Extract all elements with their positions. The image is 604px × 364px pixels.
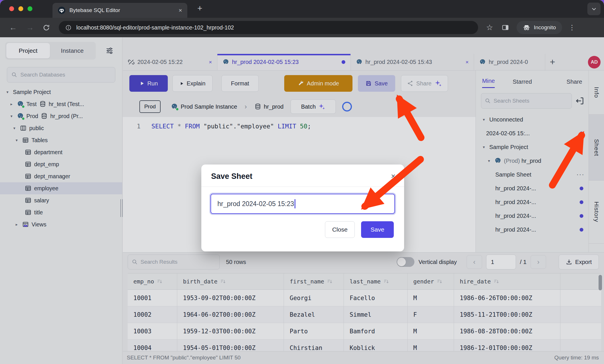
run-button[interactable]: Run — [129, 75, 168, 92]
bookmark-star-icon[interactable]: ☆ — [486, 23, 493, 32]
tab-mine[interactable]: Mine — [482, 77, 495, 88]
tree-row[interactable]: ▸ Views — [0, 218, 122, 230]
format-button[interactable]: Format — [221, 75, 259, 92]
results-scrollbar[interactable] — [599, 275, 602, 290]
close-tab-icon[interactable]: × — [465, 59, 469, 65]
sort-icon[interactable] — [220, 279, 226, 284]
caret-icon[interactable]: ▾ — [9, 114, 14, 118]
prev-page-button[interactable]: ‹ — [467, 255, 482, 269]
table-cell[interactable]: Bamford — [344, 323, 408, 339]
caret-icon[interactable]: ▾ — [486, 158, 492, 163]
sheet-search-input[interactable] — [494, 98, 568, 104]
tree-row[interactable]: ▾ Sample Project — [0, 86, 122, 98]
admin-mode-button[interactable]: Admin mode — [284, 75, 352, 92]
table-row[interactable]: 100031959-12-03T00:00:00ZPartoBamfordM19… — [128, 323, 601, 340]
browser-menu-icon[interactable]: ⋮ — [568, 24, 575, 32]
table-row[interactable]: 100041954-05-01T00:00:00ZChirstianKoblic… — [128, 340, 601, 351]
caret-icon[interactable]: ▸ — [9, 102, 14, 106]
export-button[interactable]: Export — [559, 255, 599, 269]
tab-share[interactable]: Share — [566, 78, 582, 88]
table-cell[interactable]: Facello — [344, 290, 408, 306]
editor-tab[interactable]: hr_prod 2024-02-05 15:43 × — [351, 54, 474, 70]
address-bar[interactable]: localhost:8080/sql-editor/prod-sample-in… — [59, 21, 478, 34]
table-row[interactable]: 100011953-09-02T00:00:00ZGeorgiFacelloM1… — [128, 290, 601, 306]
sort-icon[interactable] — [437, 279, 443, 284]
tree-row[interactable]: dept_manager — [0, 170, 122, 182]
sheet-list-item[interactable]: 2024-02-05 15:... — [476, 126, 589, 140]
table-cell[interactable]: F — [408, 306, 454, 323]
table-cell[interactable]: Chirstian — [284, 340, 344, 351]
editor-tab[interactable]: hr_prod 2024-02-05 15:23 — [217, 54, 351, 70]
tree-row[interactable]: ▾ Tables — [0, 134, 122, 146]
table-cell[interactable]: 1959-12-03T00:00:00Z — [177, 323, 284, 339]
side-panel-icon[interactable] — [502, 24, 509, 31]
sheet-list-item[interactable]: ▾ Sample Project — [476, 140, 589, 154]
share-button[interactable]: Share — [401, 75, 448, 92]
tree-row[interactable]: employee — [0, 182, 122, 194]
column-header[interactable]: hire_date — [454, 273, 560, 289]
editor-tab[interactable]: 2024-02-05 15:22 × — [123, 54, 217, 70]
page-number-input[interactable] — [486, 255, 516, 269]
tree-row[interactable]: ▾ Prod hr_prod (Pr... — [0, 110, 122, 122]
tree-row[interactable]: department — [0, 146, 122, 158]
table-cell[interactable]: M — [408, 290, 454, 306]
avatar[interactable]: AD — [588, 56, 601, 69]
sort-icon[interactable] — [327, 279, 333, 284]
results-search-input[interactable] — [141, 259, 216, 265]
new-tab-button[interactable]: + — [197, 3, 202, 13]
reload-button[interactable] — [42, 24, 50, 32]
column-header[interactable]: emp_no — [128, 273, 177, 289]
table-cell[interactable]: Parto — [284, 323, 344, 339]
sheet-name-input[interactable]: hr_prod 2024-02-05 15:23 — [211, 194, 395, 214]
tab-starred[interactable]: Starred — [513, 78, 532, 88]
tree-row[interactable]: dept_emp — [0, 158, 122, 170]
dialog-close-button[interactable]: Close — [325, 221, 355, 238]
close-tab-icon[interactable]: × — [179, 7, 182, 14]
sort-icon[interactable] — [383, 279, 389, 284]
table-cell[interactable]: 1986-12-01T00:00:00Z — [454, 340, 560, 351]
caret-icon[interactable]: ▾ — [481, 117, 487, 122]
tree-row[interactable]: ▸ Test hr_test (Test... — [0, 98, 122, 110]
caret-icon[interactable]: ▾ — [5, 90, 10, 94]
table-cell[interactable]: 1986-08-28T00:00:00Z — [454, 323, 560, 339]
close-tab-icon[interactable]: × — [209, 59, 212, 65]
sliders-filter-icon[interactable] — [106, 47, 114, 55]
maximize-window-button[interactable] — [28, 6, 32, 11]
collapse-panel-icon[interactable] — [575, 96, 584, 105]
table-cell[interactable]: 1953-09-02T00:00:00Z — [177, 290, 284, 306]
table-cell[interactable]: Simmel — [344, 306, 408, 323]
table-cell[interactable]: Koblick — [344, 340, 408, 351]
caret-icon[interactable]: ▾ — [11, 126, 17, 130]
sort-icon[interactable] — [494, 279, 499, 284]
more-options-icon[interactable]: ··· — [576, 171, 584, 178]
sheet-list-item[interactable]: hr_prod 2024-... — [476, 223, 589, 236]
environment-chip[interactable]: Prod — [139, 100, 161, 113]
side-tab[interactable]: Info — [589, 71, 604, 115]
site-info-icon[interactable] — [65, 24, 72, 31]
editor-tab[interactable]: hr_prod 2024-0 — [474, 54, 545, 70]
forward-button[interactable]: → — [26, 23, 34, 32]
tab-search-button[interactable] — [587, 3, 601, 15]
close-window-button[interactable] — [9, 6, 14, 11]
tree-row[interactable]: title — [0, 206, 122, 218]
sheet-list-item[interactable]: ▾ Unconnected — [476, 113, 589, 126]
caret-icon[interactable]: ▾ — [481, 145, 487, 149]
table-cell[interactable]: 1964-06-02T00:00:00Z — [177, 306, 284, 323]
batch-button[interactable]: Batch — [291, 99, 336, 114]
sheet-search-box[interactable] — [481, 93, 572, 109]
table-cell[interactable]: 1985-11-21T00:00:00Z — [454, 306, 560, 323]
side-tab[interactable]: Sheet — [589, 115, 604, 181]
table-row[interactable]: 100021964-06-02T00:00:00ZBezalelSimmelF1… — [128, 306, 601, 323]
caret-icon[interactable]: ▾ — [14, 138, 20, 142]
side-tab[interactable]: History — [589, 181, 604, 244]
sheet-list-item[interactable]: Sample Sheet ··· — [476, 168, 589, 181]
database-name[interactable]: hr_prod — [264, 103, 284, 110]
table-cell[interactable]: M — [408, 323, 454, 339]
close-dialog-icon[interactable]: × — [391, 172, 395, 181]
new-sheet-button[interactable]: + — [545, 57, 560, 67]
browser-tab[interactable]: Bytebase SQL Editor × — [52, 3, 187, 18]
table-cell[interactable]: 1986-06-26T00:00:00Z — [454, 290, 560, 306]
minimize-window-button[interactable] — [18, 6, 23, 11]
sheet-list-item[interactable]: hr_prod 2024-... — [476, 181, 589, 195]
results-search-box[interactable] — [128, 255, 220, 269]
